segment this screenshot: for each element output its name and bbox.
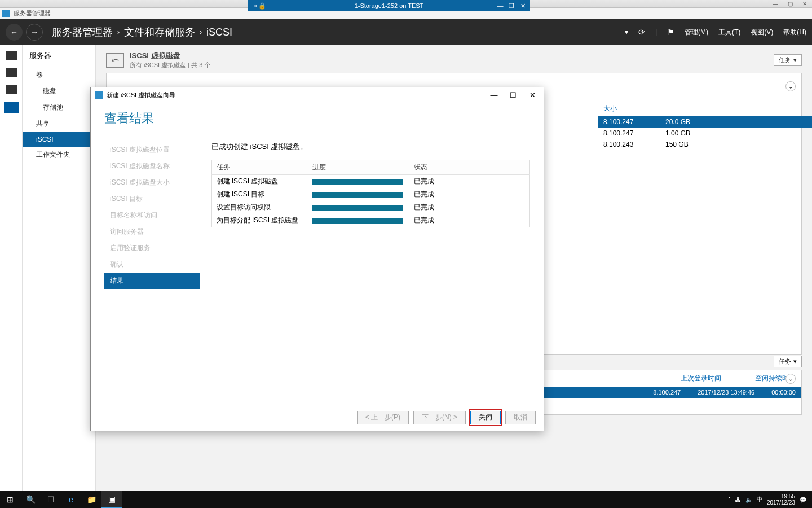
nav-back-button[interactable]: ← bbox=[6, 24, 23, 41]
wizard-message: 已成功创建 iSCSI 虚拟磁盘。 bbox=[211, 142, 530, 152]
result-row: 创建 iSCSI 目标 已完成 bbox=[212, 188, 530, 201]
tasks-dropdown[interactable]: 任务 ▾ bbox=[774, 54, 802, 66]
cell-task: 设置目标访问权限 bbox=[212, 201, 308, 214]
menu-tools[interactable]: 工具(T) bbox=[718, 28, 740, 37]
result-row: 为目标分配 iSCSI 虚拟磁盘 已完成 bbox=[212, 214, 530, 227]
wizard-icon bbox=[95, 91, 103, 99]
all-servers-icon[interactable] bbox=[6, 85, 17, 94]
ime-icon[interactable]: 中 bbox=[757, 496, 762, 503]
wizard-min-icon[interactable]: — bbox=[487, 91, 501, 99]
local-server-icon[interactable] bbox=[6, 68, 17, 77]
nav-disks[interactable]: 磁盘 bbox=[23, 83, 95, 99]
nav-forward-button[interactable]: → bbox=[26, 24, 43, 41]
close-button[interactable]: 关闭 bbox=[470, 411, 501, 424]
dropdown-icon[interactable]: ▾ bbox=[625, 28, 628, 36]
clock-time: 19:55 bbox=[767, 493, 795, 500]
nav-shares[interactable]: 共享 bbox=[23, 116, 95, 132]
next-button: 下一步(N) > bbox=[413, 411, 466, 424]
remote-title: 1-Storage1-252 on TEST bbox=[355, 2, 424, 9]
nav-volumes[interactable]: 卷 bbox=[23, 67, 95, 83]
menu-manage[interactable]: 管理(M) bbox=[685, 28, 708, 37]
action-center-icon[interactable]: 💬 bbox=[800, 497, 806, 503]
file-storage-icon[interactable] bbox=[4, 102, 19, 113]
breadcrumb-files[interactable]: 文件和存储服务 bbox=[124, 25, 195, 39]
remote-close-icon[interactable]: ✕ bbox=[518, 2, 528, 10]
table-row[interactable]: 8.100.247 1.00 GB bbox=[598, 128, 812, 139]
step-target-name: 目标名称和访问 bbox=[104, 207, 200, 224]
wizard-steps: iSCSI 虚拟磁盘位置 iSCSI 虚拟磁盘名称 iSCSI 虚拟磁盘大小 i… bbox=[104, 113, 200, 404]
menu-view[interactable]: 视图(V) bbox=[751, 28, 773, 37]
server-manager-header: ← → 服务器管理器 › 文件和存储服务 › iSCSI ▾ ⟳ | ⚑ 管理(… bbox=[0, 19, 812, 45]
flag-icon[interactable]: ⚑ bbox=[667, 28, 674, 37]
os-close-icon[interactable]: ✕ bbox=[797, 1, 812, 7]
cell-task: 为目标分配 iSCSI 虚拟磁盘 bbox=[212, 214, 308, 227]
cell-status: 已完成 bbox=[409, 201, 530, 214]
cell-status: 已完成 bbox=[409, 188, 530, 201]
nav-servers[interactable]: 服务器 bbox=[23, 45, 95, 67]
step-confirm: 确认 bbox=[104, 256, 200, 273]
collapse-icon[interactable]: ⌄ bbox=[785, 81, 796, 91]
wizard-title-text: 新建 iSCSI 虚拟磁盘向导 bbox=[107, 91, 175, 99]
column-header-size[interactable]: 大小 bbox=[598, 102, 812, 116]
step-access-servers: 访问服务器 bbox=[104, 224, 200, 240]
remote-max-icon[interactable]: ❐ bbox=[506, 2, 517, 10]
tasks-dropdown-lower[interactable]: 任务 ▾ bbox=[774, 356, 802, 367]
cell-time: 2017/12/23 13:49:46 bbox=[698, 389, 754, 396]
section-header: ⤺ ISCSI 虚拟磁盘 所有 iSCSI 虚拟磁盘 | 共 3 个 任务 ▾ bbox=[106, 51, 802, 69]
cell-idle: 00:00:00 bbox=[771, 389, 796, 396]
network-icon[interactable]: 🖧 bbox=[735, 497, 741, 503]
section-subtitle: 所有 iSCSI 虚拟磁盘 | 共 3 个 bbox=[130, 61, 210, 69]
wizard-content: 已成功创建 iSCSI 虚拟磁盘。 任务 进度 状态 创建 iSCSI 虚拟磁盘… bbox=[200, 113, 530, 404]
table-row[interactable]: 8.100.243 150 GB bbox=[598, 139, 812, 150]
results-table: 任务 进度 状态 创建 iSCSI 虚拟磁盘 已完成 创建 iSCSI 目标 已… bbox=[211, 160, 530, 227]
os-min-icon[interactable]: — bbox=[768, 1, 783, 7]
dashboard-icon[interactable] bbox=[6, 51, 17, 60]
cell-ip: 8.100.247 bbox=[653, 389, 681, 396]
cell-ip: 8.100.247 bbox=[603, 118, 665, 126]
collapse-icon[interactable]: ⌄ bbox=[785, 374, 796, 384]
remote-session-bar: ⇥ 🔒 1-Storage1-252 on TEST — ❐ ✕ bbox=[248, 0, 530, 11]
taskview-button[interactable]: ☐ bbox=[41, 491, 61, 508]
cell-size: 150 GB bbox=[665, 141, 806, 148]
cell-status: 已完成 bbox=[409, 214, 530, 227]
menu-help[interactable]: 帮助(H) bbox=[783, 28, 806, 37]
wizard-close-icon[interactable]: ✕ bbox=[526, 91, 539, 99]
pin-icon[interactable]: ⇥ 🔒 bbox=[251, 2, 266, 10]
nav-work-folders[interactable]: 工作文件夹 bbox=[23, 147, 95, 163]
cancel-button: 取消 bbox=[505, 411, 536, 424]
refresh-icon[interactable]: ⟳ bbox=[638, 28, 645, 37]
breadcrumb-iscsi[interactable]: iSCSI bbox=[206, 27, 232, 38]
cell-ip: 8.100.243 bbox=[603, 141, 665, 148]
table-row[interactable]: 8.100.247 20.0 GB bbox=[598, 116, 812, 128]
chevron-right-icon: › bbox=[117, 28, 120, 36]
progress-bar bbox=[312, 205, 403, 211]
system-tray: ˄ 🖧 🔈 中 19:55 2017/12/23 💬 bbox=[728, 493, 812, 506]
nav-iscsi[interactable]: iSCSI bbox=[23, 132, 95, 147]
tasks-label: 任务 bbox=[779, 56, 791, 64]
os-max-icon[interactable]: ▢ bbox=[783, 1, 797, 7]
col-task: 任务 bbox=[212, 160, 308, 175]
cell-size: 1.00 GB bbox=[665, 129, 806, 137]
remote-min-icon[interactable]: — bbox=[495, 2, 505, 10]
start-button[interactable]: ⊞ bbox=[0, 491, 20, 508]
breadcrumb-root[interactable]: 服务器管理器 bbox=[52, 25, 113, 39]
nav-column: 服务器 卷 磁盘 存储池 共享 iSCSI 工作文件夹 bbox=[23, 45, 96, 505]
result-row: 设置目标访问权限 已完成 bbox=[212, 201, 530, 214]
separator: | bbox=[655, 28, 657, 36]
step-name: iSCSI 虚拟磁盘名称 bbox=[104, 158, 200, 174]
volume-icon[interactable]: 🔈 bbox=[745, 497, 752, 503]
server-manager-taskbar-button[interactable]: ▣ bbox=[102, 491, 122, 508]
clock[interactable]: 19:55 2017/12/23 bbox=[767, 493, 795, 506]
progress-bar bbox=[312, 218, 403, 224]
cell-task: 创建 iSCSI 虚拟磁盘 bbox=[212, 175, 308, 189]
wizard-footer: < 上一步(P) 下一步(N) > 关闭 取消 bbox=[91, 404, 544, 431]
wizard-max-icon[interactable]: ☐ bbox=[506, 91, 520, 99]
search-button[interactable]: 🔍 bbox=[20, 491, 41, 508]
cell-status: 已完成 bbox=[409, 175, 530, 189]
ie-button[interactable]: e bbox=[61, 491, 81, 508]
tray-up-icon[interactable]: ˄ bbox=[728, 497, 731, 503]
wizard-titlebar: 新建 iSCSI 虚拟磁盘向导 — ☐ ✕ bbox=[91, 87, 544, 103]
nav-storage-pools[interactable]: 存储池 bbox=[23, 99, 95, 116]
explorer-button[interactable]: 📁 bbox=[81, 491, 102, 508]
progress-bar bbox=[312, 192, 403, 198]
